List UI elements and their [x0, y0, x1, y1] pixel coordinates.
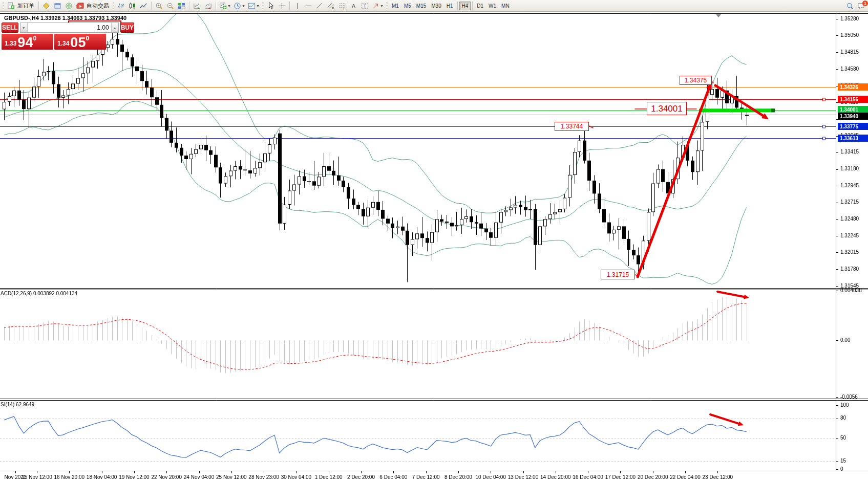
notification-badge: 1	[862, 1, 868, 6]
new-order-label[interactable]: 新订单	[17, 2, 34, 10]
zoom-in-icon[interactable]	[154, 1, 164, 11]
chat-notifications-icon[interactable]: 1	[856, 1, 866, 11]
zoom-out-icon[interactable]	[165, 1, 176, 11]
templates-dropdown[interactable]: ▼	[247, 1, 261, 11]
periods-dropdown[interactable]: ▼	[232, 1, 246, 11]
buy-price-major: 1.34	[57, 40, 69, 47]
toolbar-grip[interactable]	[113, 2, 114, 10]
volume-input[interactable]	[28, 23, 111, 32]
navigator-icon[interactable]	[52, 1, 63, 11]
rsi-indicator-label: SI(14) 62.9649	[1, 402, 34, 407]
toolbar-separator	[472, 2, 473, 10]
buy-price-pips: 05	[70, 36, 86, 49]
trade-panel-controls: SELL ▼ ▲ BUY	[2, 23, 106, 33]
axis-price-label-1.33613: 1.33613	[838, 135, 868, 142]
svg-text:F: F	[343, 7, 345, 9]
buy-button[interactable]: BUY	[120, 23, 134, 33]
price-annotation-1.34001[interactable]: 1.34001	[647, 102, 687, 115]
timeframe-group: M1M5M15M30H1H4D1W1MN	[389, 2, 512, 10]
axis-price-label-1.34001: 1.34001	[838, 106, 868, 113]
horizontal-line-tool-icon[interactable]	[303, 1, 314, 11]
svg-text:T: T	[364, 3, 366, 8]
chart-shift-icon[interactable]	[203, 1, 214, 11]
timeframe-M30[interactable]: M30	[429, 2, 443, 10]
autotrading-icon[interactable]	[75, 1, 86, 11]
trade-panel-prices: 1.33 94 0 1.34 05 0	[2, 34, 106, 50]
timeframe-D1[interactable]: D1	[474, 2, 486, 10]
timeframe-H4[interactable]: H4	[459, 2, 471, 10]
axis-price-label-1.33775: 1.33775	[838, 123, 868, 130]
price-annotation-1.31715[interactable]: 1.31715	[601, 270, 635, 279]
volume-decrease-button[interactable]: ▼	[20, 23, 28, 32]
autotrading-label[interactable]: 自动交易	[87, 2, 109, 10]
price-annotation-1.33744[interactable]: 1.33744	[555, 122, 589, 131]
toolbar-separator	[216, 2, 216, 10]
timeframe-M5[interactable]: M5	[401, 2, 414, 10]
crosshair-tool-icon[interactable]	[277, 1, 287, 11]
new-chart-dropdown[interactable]: ▼	[218, 1, 232, 11]
svg-text:A: A	[352, 3, 356, 9]
toolbar-separator	[38, 2, 39, 10]
toolbar: 新订单 自动交易 ▼ ▼ ▼	[0, 0, 868, 12]
trendline-tool-icon[interactable]	[314, 1, 325, 11]
volume-spinner: ▼ ▲	[20, 23, 119, 33]
sell-price-pips: 94	[17, 36, 33, 49]
dropdown-arrow-icon: ▼	[256, 4, 260, 8]
toolbar-separator	[189, 2, 189, 10]
tile-windows-icon[interactable]	[176, 1, 187, 11]
fibonacci-tool-icon[interactable]: F	[337, 1, 348, 11]
text-tool-icon[interactable]: A	[348, 1, 359, 11]
dropdown-arrow-icon: ▼	[242, 4, 245, 8]
axis-price-label-1.34156: 1.34156	[838, 96, 868, 103]
signals-icon[interactable]	[63, 1, 74, 11]
vertical-line-tool-icon[interactable]	[292, 1, 303, 11]
timeframe-MN[interactable]: MN	[499, 2, 512, 10]
axis-price-label-1.34326: 1.34326	[838, 83, 868, 91]
dropdown-arrow-icon: ▼	[380, 4, 384, 8]
text-label-tool-icon[interactable]: T	[359, 1, 370, 11]
toolbar-separator	[151, 2, 152, 10]
toolbar-grip[interactable]	[3, 2, 4, 10]
market-watch-icon[interactable]	[41, 1, 52, 11]
auto-scroll-icon[interactable]	[192, 1, 202, 11]
toolbar-grip[interactable]	[262, 2, 264, 10]
bar-chart-icon[interactable]	[116, 1, 126, 11]
axis-price-label-1.33940: 1.33940	[838, 113, 868, 120]
new-order-button[interactable]	[6, 1, 16, 11]
candlestick-chart-icon[interactable]	[127, 1, 138, 11]
svg-text:E: E	[332, 7, 334, 10]
toolbar-separator	[457, 2, 458, 10]
sell-price-major: 1.33	[5, 40, 16, 47]
line-chart-icon[interactable]	[138, 1, 149, 11]
sell-price-point: 0	[33, 35, 36, 42]
search-icon[interactable]	[844, 1, 855, 11]
timeframe-W1[interactable]: W1	[486, 2, 499, 10]
macd-indicator-label: ACD(12,26,9) 0.003892 0.004134	[1, 291, 77, 296]
one-click-trading-panel: SELL ▼ ▲ BUY 1.33 94 0 1.34 05 0	[2, 23, 106, 50]
chart-canvas[interactable]	[0, 0, 868, 482]
volume-increase-button[interactable]: ▲	[111, 23, 118, 32]
timeframe-H1[interactable]: H1	[444, 2, 456, 10]
buy-price-point: 0	[86, 35, 89, 42]
sell-button[interactable]: SELL	[2, 23, 18, 33]
toolbar-separator	[289, 2, 290, 10]
arrows-tool-dropdown[interactable]: ▼	[371, 1, 385, 11]
dropdown-arrow-icon: ▼	[227, 4, 231, 8]
sell-price-display[interactable]: 1.33 94 0	[2, 34, 53, 50]
buy-price-display[interactable]: 1.34 05 0	[54, 34, 106, 50]
toolbar-grip[interactable]	[386, 2, 388, 10]
cursor-tool-icon[interactable]	[265, 1, 276, 11]
timeframe-M1[interactable]: M1	[389, 2, 401, 10]
timeframe-M15[interactable]: M15	[414, 2, 429, 10]
channel-tool-icon[interactable]: E	[326, 1, 336, 11]
price-annotation-1.34375[interactable]: 1.34375	[680, 76, 712, 85]
